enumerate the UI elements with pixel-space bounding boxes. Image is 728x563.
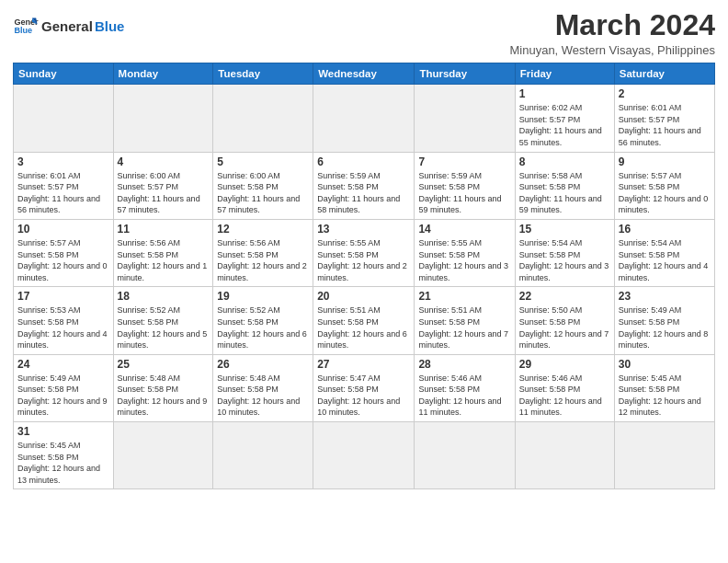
day-number: 9 [619, 155, 711, 168]
calendar-cell: 3Sunrise: 6:01 AM Sunset: 5:57 PM Daylig… [14, 152, 114, 219]
day-info: Sunrise: 5:47 AM Sunset: 5:58 PM Dayligh… [317, 373, 410, 419]
calendar-cell: 19Sunrise: 5:52 AM Sunset: 5:58 PM Dayli… [213, 287, 313, 354]
logo: General Blue General Blue [13, 9, 124, 39]
calendar-cell: 22Sunrise: 5:50 AM Sunset: 5:58 PM Dayli… [515, 287, 614, 354]
day-number: 7 [418, 155, 510, 168]
day-info: Sunrise: 5:53 AM Sunset: 5:58 PM Dayligh… [17, 304, 109, 350]
calendar-cell: 27Sunrise: 5:47 AM Sunset: 5:58 PM Dayli… [313, 354, 415, 421]
calendar-cell: 15Sunrise: 5:54 AM Sunset: 5:58 PM Dayli… [515, 219, 614, 286]
calendar-cell: 1Sunrise: 6:02 AM Sunset: 5:57 PM Daylig… [515, 85, 614, 152]
calendar-cell: 8Sunrise: 5:58 AM Sunset: 5:58 PM Daylig… [515, 152, 614, 219]
calendar-cell: 29Sunrise: 5:46 AM Sunset: 5:58 PM Dayli… [515, 354, 614, 421]
calendar-cell: 30Sunrise: 5:45 AM Sunset: 5:58 PM Dayli… [614, 354, 714, 421]
day-info: Sunrise: 5:52 AM Sunset: 5:58 PM Dayligh… [118, 304, 210, 350]
day-info: Sunrise: 5:50 AM Sunset: 5:58 PM Dayligh… [519, 304, 610, 350]
calendar-cell [313, 422, 415, 489]
calendar-cell [515, 422, 614, 489]
calendar-cell: 4Sunrise: 6:00 AM Sunset: 5:57 PM Daylig… [113, 152, 213, 219]
day-info: Sunrise: 6:01 AM Sunset: 5:57 PM Dayligh… [17, 170, 109, 216]
calendar-cell: 25Sunrise: 5:48 AM Sunset: 5:58 PM Dayli… [113, 354, 213, 421]
calendar-cell: 20Sunrise: 5:51 AM Sunset: 5:58 PM Dayli… [313, 287, 415, 354]
calendar-cell: 21Sunrise: 5:51 AM Sunset: 5:58 PM Dayli… [415, 287, 515, 354]
calendar-cell [313, 85, 415, 152]
calendar-cell: 5Sunrise: 6:00 AM Sunset: 5:58 PM Daylig… [213, 152, 313, 219]
week-row-4: 24Sunrise: 5:49 AM Sunset: 5:58 PM Dayli… [14, 354, 715, 421]
day-info: Sunrise: 5:56 AM Sunset: 5:58 PM Dayligh… [217, 237, 309, 283]
day-number: 3 [17, 155, 109, 168]
week-row-1: 3Sunrise: 6:01 AM Sunset: 5:57 PM Daylig… [14, 152, 715, 219]
day-info: Sunrise: 5:55 AM Sunset: 5:58 PM Dayligh… [317, 237, 410, 283]
calendar-cell: 24Sunrise: 5:49 AM Sunset: 5:58 PM Dayli… [14, 354, 114, 421]
day-number: 24 [17, 358, 109, 371]
calendar-cell: 23Sunrise: 5:49 AM Sunset: 5:58 PM Dayli… [614, 287, 714, 354]
day-info: Sunrise: 5:45 AM Sunset: 5:58 PM Dayligh… [17, 440, 109, 486]
day-info: Sunrise: 5:46 AM Sunset: 5:58 PM Dayligh… [418, 373, 510, 419]
title-area: March 2024 Minuyan, Western Visayas, Phi… [509, 9, 715, 57]
day-info: Sunrise: 6:00 AM Sunset: 5:57 PM Dayligh… [118, 170, 210, 216]
day-number: 18 [118, 290, 210, 303]
calendar-cell: 18Sunrise: 5:52 AM Sunset: 5:58 PM Dayli… [113, 287, 213, 354]
day-number: 23 [619, 290, 711, 303]
day-info: Sunrise: 5:51 AM Sunset: 5:58 PM Dayligh… [418, 304, 510, 350]
day-number: 10 [17, 223, 109, 236]
day-info: Sunrise: 6:02 AM Sunset: 5:57 PM Dayligh… [519, 102, 610, 148]
day-header-wednesday: Wednesday [313, 63, 415, 85]
day-info: Sunrise: 5:54 AM Sunset: 5:58 PM Dayligh… [619, 237, 711, 283]
day-number: 16 [619, 223, 711, 236]
week-row-5: 31Sunrise: 5:45 AM Sunset: 5:58 PM Dayli… [14, 422, 715, 489]
day-info: Sunrise: 5:58 AM Sunset: 5:58 PM Dayligh… [519, 170, 610, 216]
calendar-table: SundayMondayTuesdayWednesdayThursdayFrid… [13, 63, 715, 489]
day-number: 21 [418, 290, 510, 303]
logo-general: General [41, 18, 93, 34]
calendar-cell: 26Sunrise: 5:48 AM Sunset: 5:58 PM Dayli… [213, 354, 313, 421]
week-row-2: 10Sunrise: 5:57 AM Sunset: 5:58 PM Dayli… [14, 219, 715, 286]
day-number: 12 [217, 223, 309, 236]
day-info: Sunrise: 5:59 AM Sunset: 5:58 PM Dayligh… [418, 170, 510, 216]
day-header-friday: Friday [515, 63, 614, 85]
calendar-cell [113, 85, 213, 152]
day-info: Sunrise: 5:51 AM Sunset: 5:58 PM Dayligh… [317, 304, 410, 350]
day-number: 30 [619, 358, 711, 371]
day-info: Sunrise: 5:56 AM Sunset: 5:58 PM Dayligh… [118, 237, 210, 283]
day-number: 1 [519, 87, 610, 100]
day-number: 28 [418, 358, 510, 371]
calendar-cell [213, 422, 313, 489]
calendar-cell: 13Sunrise: 5:55 AM Sunset: 5:58 PM Dayli… [313, 219, 415, 286]
day-number: 27 [317, 358, 410, 371]
calendar-cell [415, 422, 515, 489]
calendar-cell: 9Sunrise: 5:57 AM Sunset: 5:58 PM Daylig… [614, 152, 714, 219]
day-number: 19 [217, 290, 309, 303]
day-number: 20 [317, 290, 410, 303]
calendar-cell: 12Sunrise: 5:56 AM Sunset: 5:58 PM Dayli… [213, 219, 313, 286]
week-row-3: 17Sunrise: 5:53 AM Sunset: 5:58 PM Dayli… [14, 287, 715, 354]
day-header-monday: Monday [113, 63, 213, 85]
calendar-cell [614, 422, 714, 489]
generalblue-logo-icon: General Blue [13, 13, 39, 39]
day-number: 6 [317, 155, 410, 168]
day-header-saturday: Saturday [614, 63, 714, 85]
calendar-cell: 16Sunrise: 5:54 AM Sunset: 5:58 PM Dayli… [614, 219, 714, 286]
calendar-cell [113, 422, 213, 489]
logo-blue: Blue [95, 18, 125, 34]
calendar-page: General Blue General Blue March 2024 Min… [0, 0, 728, 563]
day-info: Sunrise: 5:54 AM Sunset: 5:58 PM Dayligh… [519, 237, 610, 283]
week-row-0: 1Sunrise: 6:02 AM Sunset: 5:57 PM Daylig… [14, 85, 715, 152]
day-info: Sunrise: 5:45 AM Sunset: 5:58 PM Dayligh… [619, 373, 711, 419]
day-info: Sunrise: 5:48 AM Sunset: 5:58 PM Dayligh… [118, 373, 210, 419]
calendar-cell: 14Sunrise: 5:55 AM Sunset: 5:58 PM Dayli… [415, 219, 515, 286]
calendar-subtitle: Minuyan, Western Visayas, Philippines [509, 43, 715, 57]
header: General Blue General Blue March 2024 Min… [13, 9, 715, 57]
day-number: 5 [217, 155, 309, 168]
day-info: Sunrise: 5:59 AM Sunset: 5:58 PM Dayligh… [317, 170, 410, 216]
day-number: 8 [519, 155, 610, 168]
day-info: Sunrise: 6:00 AM Sunset: 5:58 PM Dayligh… [217, 170, 309, 216]
calendar-cell: 6Sunrise: 5:59 AM Sunset: 5:58 PM Daylig… [313, 152, 415, 219]
day-header-tuesday: Tuesday [213, 63, 313, 85]
day-number: 15 [519, 223, 610, 236]
day-number: 31 [17, 425, 109, 438]
day-number: 4 [118, 155, 210, 168]
day-header-thursday: Thursday [415, 63, 515, 85]
day-header-sunday: Sunday [14, 63, 114, 85]
day-number: 17 [17, 290, 109, 303]
days-header-row: SundayMondayTuesdayWednesdayThursdayFrid… [14, 63, 715, 85]
